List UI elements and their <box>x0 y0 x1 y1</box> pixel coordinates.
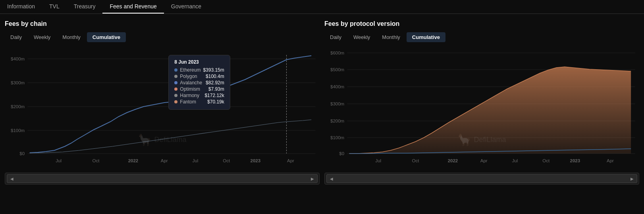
right-scrollbar[interactable]: ◀ ▶ <box>324 173 639 185</box>
svg-text:Apr: Apr <box>287 158 294 163</box>
right-btn-weekly[interactable]: Weekly <box>348 32 376 42</box>
svg-text:Oct: Oct <box>93 158 100 163</box>
right-btn-monthly[interactable]: Monthly <box>376 32 406 42</box>
right-btn-cumulative[interactable]: Cumulative <box>407 32 445 42</box>
left-handle-left: ◀ <box>10 177 13 181</box>
svg-text:$100m: $100m <box>330 135 344 140</box>
right-chart-area: 🦙 DefiLlama $600m $500m $400m $300m $200… <box>324 47 639 170</box>
left-chart-svg: $400m $300m $200m $100m $0 Jul Oct 2022 … <box>5 47 320 170</box>
left-panel: Fees by chain Daily Weekly Monthly Cumul… <box>5 20 320 185</box>
svg-text:$300m: $300m <box>330 101 344 106</box>
left-btn-cumulative[interactable]: Cumulative <box>87 32 126 42</box>
right-handle-left: ◀ <box>330 177 333 181</box>
nav-bar: Information TVL Treasury Fees and Revenu… <box>0 0 644 14</box>
right-btn-daily[interactable]: Daily <box>324 32 347 42</box>
svg-text:$100m: $100m <box>11 128 25 133</box>
svg-text:2023: 2023 <box>251 158 261 163</box>
nav-item-fees[interactable]: Fees and Revenue <box>102 0 164 14</box>
nav-item-tvl[interactable]: TVL <box>42 0 67 14</box>
left-btn-weekly[interactable]: Weekly <box>28 32 56 42</box>
svg-text:Jul: Jul <box>375 158 381 163</box>
svg-text:2022: 2022 <box>128 158 139 163</box>
svg-text:Jul: Jul <box>512 158 518 163</box>
svg-text:2023: 2023 <box>570 158 580 163</box>
svg-text:Jul: Jul <box>193 158 199 163</box>
svg-text:$400m: $400m <box>330 84 344 89</box>
svg-text:Oct: Oct <box>223 158 230 163</box>
left-scrollbar[interactable]: ◀ ▶ <box>5 173 320 185</box>
right-panel: Fees by protocol version Daily Weekly Mo… <box>324 20 639 185</box>
svg-text:$500m: $500m <box>330 67 344 72</box>
right-chart-svg: $600m $500m $400m $300m $200m $100m $0 J… <box>324 47 639 170</box>
svg-text:$300m: $300m <box>11 80 25 85</box>
right-panel-title: Fees by protocol version <box>324 20 639 27</box>
svg-text:$600m: $600m <box>330 51 344 55</box>
left-chart-area: 8 Jun 2023 Ethereum $393.15m Polygon $10… <box>5 47 320 170</box>
svg-text:Oct: Oct <box>412 158 420 163</box>
svg-text:Jul: Jul <box>56 158 62 163</box>
left-btn-group: Daily Weekly Monthly Cumulative <box>5 32 320 42</box>
nav-item-governance[interactable]: Governance <box>164 0 208 14</box>
nav-item-treasury[interactable]: Treasury <box>67 0 103 14</box>
svg-text:Oct: Oct <box>542 158 550 163</box>
right-scrollbar-thumb[interactable]: ◀ ▶ <box>326 174 637 183</box>
svg-text:$0: $0 <box>19 151 25 156</box>
left-scrollbar-thumb[interactable]: ◀ ▶ <box>7 174 318 183</box>
svg-marker-41 <box>349 67 631 154</box>
right-handle-right: ▶ <box>631 177 634 181</box>
left-btn-daily[interactable]: Daily <box>5 32 27 42</box>
nav-item-information[interactable]: Information <box>0 0 42 14</box>
left-btn-monthly[interactable]: Monthly <box>57 32 86 42</box>
svg-text:$0: $0 <box>339 151 344 156</box>
svg-text:Apr: Apr <box>480 158 488 163</box>
svg-text:Apr: Apr <box>161 158 168 163</box>
right-btn-group: Daily Weekly Monthly Cumulative <box>324 32 639 42</box>
svg-text:$200m: $200m <box>11 104 25 109</box>
svg-text:$400m: $400m <box>11 56 25 61</box>
main-content: Fees by chain Daily Weekly Monthly Cumul… <box>0 14 644 188</box>
left-panel-title: Fees by chain <box>5 20 320 27</box>
svg-text:$200m: $200m <box>330 119 344 123</box>
left-handle-right: ▶ <box>311 177 314 181</box>
svg-text:2022: 2022 <box>448 158 458 163</box>
svg-text:Apr: Apr <box>607 158 614 163</box>
